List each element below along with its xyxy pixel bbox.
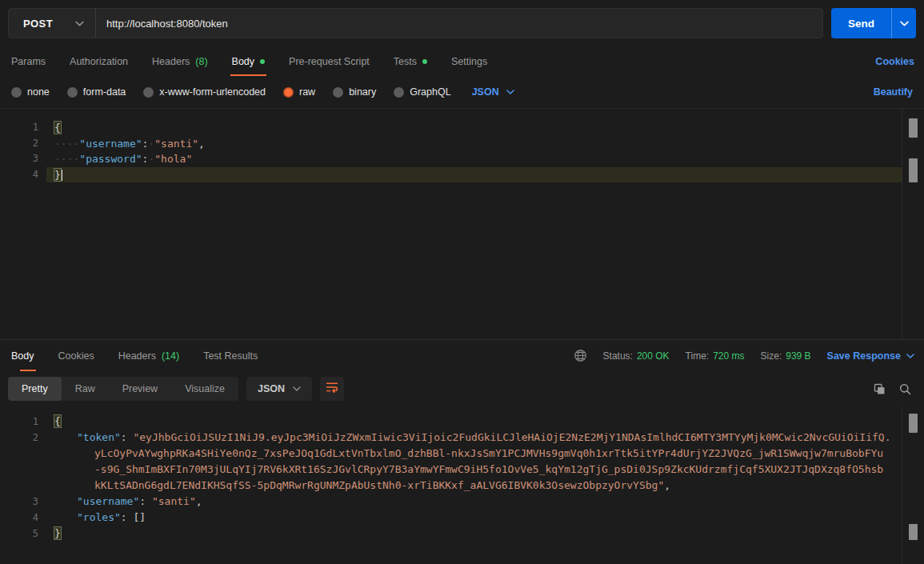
- radio-graphql[interactable]: GraphQL: [394, 86, 450, 98]
- radio-icon: [143, 87, 154, 98]
- globe-icon[interactable]: [574, 349, 587, 362]
- modified-dot-icon: [422, 59, 427, 64]
- scrollbar-track: [902, 109, 902, 339]
- radio-raw[interactable]: raw: [283, 86, 315, 98]
- code-line: 3 ····"password":·"hola": [0, 151, 924, 167]
- beautify-link[interactable]: Beautify: [874, 86, 913, 98]
- response-tab-cookies[interactable]: Cookies: [46, 340, 106, 371]
- language-label: JSON: [472, 86, 499, 98]
- view-visualize[interactable]: Visualize: [171, 377, 238, 401]
- tab-authorization[interactable]: Authorization: [58, 46, 140, 76]
- postman-window: POST Send Params Authorization Headers (…: [0, 0, 924, 564]
- url-input[interactable]: [96, 9, 822, 38]
- chevron-down-icon: [293, 386, 301, 391]
- response-tab-body[interactable]: Body: [10, 340, 46, 371]
- scrollbar-track: [902, 406, 902, 564]
- line-number: 2: [0, 430, 38, 446]
- text-cursor: [62, 170, 62, 181]
- response-body-editor[interactable]: 1 { 2 "token": "eyJhbGciOiJSUzI1NiJ9.eyJ…: [0, 406, 924, 564]
- copy-icon[interactable]: [874, 383, 886, 395]
- line-number: 3: [0, 151, 38, 167]
- tab-pre-request-script[interactable]: Pre-request Script: [277, 46, 382, 76]
- radio-icon: [333, 87, 343, 98]
- view-raw[interactable]: Raw: [62, 377, 109, 401]
- overview-ruler-mark[interactable]: [909, 524, 918, 540]
- text-wrap-icon: [326, 382, 338, 396]
- code-line: 2 ····"username":·"santi",: [0, 136, 924, 152]
- request-language-select[interactable]: JSON: [472, 86, 514, 98]
- tab-label: Params: [11, 56, 46, 67]
- code-line-wrap: yLcOyPvAYwghpRKa4SHiYe0nQz_7xsPeJOq1GdLx…: [0, 446, 924, 462]
- line-number: 1: [0, 414, 38, 430]
- wrap-lines-button[interactable]: [320, 377, 344, 401]
- response-header: Body Cookies Headers (14) Test Results S…: [0, 339, 924, 371]
- send-button[interactable]: Send: [831, 8, 891, 38]
- code-line-wrap: -s9G_ShmImBXFIn70M3jULqYIj7RV6kXRt16SzJG…: [0, 462, 924, 478]
- view-pretty[interactable]: Pretty: [8, 377, 62, 401]
- status-badge: Status: 200 OK: [603, 350, 670, 362]
- size-badge: Size: 939 B: [761, 350, 811, 362]
- response-actions: [874, 383, 916, 395]
- overview-ruler-mark[interactable]: [909, 158, 918, 182]
- send-options-button[interactable]: [891, 8, 916, 38]
- response-language-select[interactable]: JSON: [246, 377, 312, 401]
- radio-icon: [67, 87, 78, 98]
- size-label: Size:: [761, 350, 782, 362]
- radio-label: form-data: [83, 86, 126, 98]
- tab-label: Test Results: [203, 350, 258, 362]
- tab-params[interactable]: Params: [10, 46, 58, 76]
- radio-label: GraphQL: [410, 86, 450, 98]
- response-view-switcher: Pretty Raw Preview Visualize: [8, 377, 238, 401]
- overview-ruler-mark[interactable]: [909, 414, 918, 433]
- view-preview[interactable]: Preview: [109, 377, 171, 401]
- radio-icon: [11, 87, 22, 98]
- body-type-bar: none form-data x-www-form-urlencoded raw…: [0, 76, 924, 108]
- tab-headers[interactable]: Headers (8): [140, 46, 220, 76]
- tab-tests[interactable]: Tests: [382, 46, 439, 76]
- chevron-down-icon: [906, 354, 914, 358]
- size-value: 939 B: [786, 350, 810, 362]
- language-label: JSON: [258, 383, 285, 394]
- line-number: 4: [0, 167, 38, 183]
- response-tab-test-results[interactable]: Test Results: [191, 340, 270, 371]
- save-response-button[interactable]: Save Response: [827, 350, 914, 362]
- radio-none[interactable]: none: [11, 86, 50, 98]
- tab-settings[interactable]: Settings: [439, 46, 499, 76]
- open-brace: {: [54, 122, 61, 134]
- radio-form-data[interactable]: form-data: [67, 86, 126, 98]
- request-body-editor[interactable]: 1 { 2 ····"username":·"santi", 3 ····"pa…: [0, 108, 924, 339]
- status-label: Status:: [603, 350, 633, 362]
- code-line-wrap: kKLtSADnG6gdL7ENdIKHSqfSS-5pDqMRwrRgUNMZ…: [0, 478, 924, 494]
- chevron-down-icon: [75, 21, 84, 26]
- tab-body[interactable]: Body: [220, 46, 278, 76]
- tab-label: Pre-request Script: [289, 56, 370, 67]
- code-line: 4 "roles": []: [0, 510, 924, 526]
- tab-label: Cookies: [58, 350, 94, 362]
- overview-ruler-mark[interactable]: [909, 118, 918, 138]
- time-badge: Time: 720 ms: [686, 350, 745, 362]
- radio-x-www-form-urlencoded[interactable]: x-www-form-urlencoded: [143, 86, 266, 98]
- radio-binary[interactable]: binary: [333, 86, 376, 98]
- search-icon[interactable]: [899, 383, 911, 395]
- tab-label: Headers: [118, 350, 156, 362]
- headers-count-badge: (8): [195, 56, 207, 67]
- tab-label: Settings: [451, 56, 487, 67]
- cookies-link[interactable]: Cookies: [875, 56, 914, 67]
- method-select[interactable]: POST: [9, 9, 96, 38]
- save-response-label: Save Response: [827, 350, 901, 362]
- response-tab-headers[interactable]: Headers (14): [106, 340, 191, 371]
- line-number: 4: [0, 510, 38, 526]
- close-brace: }: [54, 169, 61, 181]
- code-line: 2 "token": "eyJhbGciOiJSUzI1NiJ9.eyJpc3M…: [0, 430, 924, 446]
- request-tabs: Params Authorization Headers (8) Body Pr…: [0, 46, 924, 76]
- status-value: 200 OK: [637, 350, 670, 362]
- radio-selected-icon: [283, 87, 294, 98]
- tab-label: Body: [11, 350, 34, 362]
- code-line: 1 {: [0, 414, 924, 430]
- response-toolbar: Pretty Raw Preview Visualize JSON: [0, 371, 924, 406]
- tab-label: Authorization: [70, 56, 128, 67]
- close-brace: }: [54, 527, 61, 539]
- radio-label: x-www-form-urlencoded: [159, 86, 266, 98]
- headers-count-badge: (14): [162, 350, 179, 362]
- modified-dot-icon: [260, 59, 265, 64]
